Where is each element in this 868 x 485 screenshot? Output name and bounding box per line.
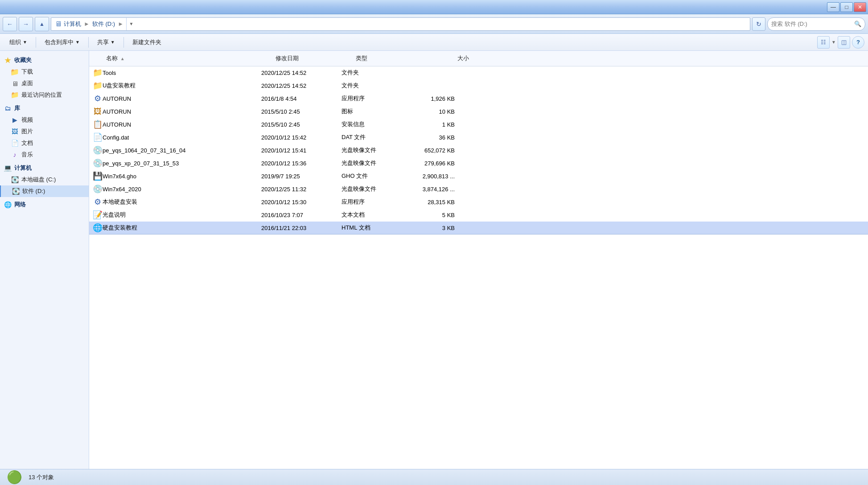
organize-button[interactable]: 组织 ▼ xyxy=(4,36,33,49)
exe-icon: ⚙ xyxy=(94,94,101,103)
local-c-icon: 💽 xyxy=(11,176,19,184)
image-icon: 🖼 xyxy=(11,127,19,136)
file-area: 名称 ▲ 修改日期 类型 大小 📁 Tools 2020/12/25 14:52… xyxy=(89,51,868,469)
maximize-button[interactable]: □ xyxy=(840,2,853,12)
file-name: AUTORUN xyxy=(103,95,131,102)
table-row[interactable]: 📝 光盘说明 2016/10/23 7:07 文本文档 5 KB xyxy=(89,209,868,222)
address-dropdown-button[interactable]: ▼ xyxy=(126,18,136,30)
file-type: 应用程序 xyxy=(338,95,400,103)
file-name-cell: Config.dat xyxy=(103,134,258,141)
close-button[interactable]: ✕ xyxy=(854,2,866,12)
table-row[interactable]: 📁 U盘安装教程 2020/12/25 14:52 文件夹 xyxy=(89,79,868,92)
table-row[interactable]: 📁 Tools 2020/12/25 14:52 文件夹 xyxy=(89,66,868,79)
breadcrumb-drive[interactable]: 软件 (D:) xyxy=(92,20,115,28)
address-bar: 🖥 计算机 ► 软件 (D:) ► ▼ xyxy=(51,17,750,31)
sidebar-library-header[interactable]: 🗂 库 xyxy=(0,103,89,114)
breadcrumb-computer[interactable]: 计算机 xyxy=(64,20,81,28)
col-header-modified[interactable]: 修改日期 xyxy=(272,53,352,64)
network-icon: 🌐 xyxy=(4,201,12,209)
table-row[interactable]: 💿 pe_yqs_xp_20_07_31_15_53 2020/10/12 15… xyxy=(89,157,868,170)
file-type: HTML 文档 xyxy=(338,224,400,232)
breadcrumb-arrow-2: ► xyxy=(118,21,123,27)
file-name: Tools xyxy=(103,70,116,76)
minimize-button[interactable]: — xyxy=(827,2,839,12)
sidebar-item-music[interactable]: ♪ 音乐 xyxy=(0,149,89,160)
file-name-cell: pe_yqs_1064_20_07_31_16_04 xyxy=(103,147,258,154)
table-row[interactable]: ⚙ 本地硬盘安装 2020/10/12 15:30 应用程序 28,315 KB xyxy=(89,196,868,209)
table-row[interactable]: 💿 Win7x64_2020 2020/12/25 11:32 光盘映像文件 3… xyxy=(89,183,868,196)
col-header-size[interactable]: 大小 xyxy=(415,53,473,64)
new-folder-button[interactable]: 新建文件夹 xyxy=(127,36,167,49)
table-row[interactable]: 📄 Config.dat 2020/10/12 15:42 DAT 文件 36 … xyxy=(89,131,868,144)
refresh-button[interactable]: ↻ xyxy=(752,17,765,31)
file-name-cell: AUTORUN xyxy=(103,95,258,102)
sidebar-item-local-d[interactable]: 💽 软件 (D:) xyxy=(0,185,89,197)
file-type: 文本文档 xyxy=(338,211,400,219)
iso-icon: 💿 xyxy=(93,184,103,194)
col-name-sort-icon: ▲ xyxy=(120,56,125,61)
file-size: 36 KB xyxy=(400,134,458,141)
include-library-arrow-icon: ▼ xyxy=(75,40,80,45)
html-icon: 🌐 xyxy=(93,223,103,233)
file-modified: 2020/12/25 14:52 xyxy=(258,70,338,76)
file-icon: 💿 xyxy=(93,158,103,168)
table-row[interactable]: 💾 Win7x64.gho 2019/9/7 19:25 GHO 文件 2,90… xyxy=(89,170,868,183)
file-modified: 2016/10/23 7:07 xyxy=(258,212,338,218)
col-header-type[interactable]: 类型 xyxy=(352,53,415,64)
share-button[interactable]: 共享 ▼ xyxy=(91,36,121,49)
sidebar-item-desktop[interactable]: 🖥 桌面 xyxy=(0,78,89,89)
file-icon: 📁 xyxy=(93,68,103,78)
table-row[interactable]: ⚙ AUTORUN 2016/1/8 4:54 应用程序 1,926 KB xyxy=(89,92,868,105)
forward-button[interactable]: → xyxy=(19,17,33,31)
file-name: AUTORUN xyxy=(103,121,131,128)
image-label: 图片 xyxy=(21,127,33,136)
preview-pane-button[interactable]: ◫ xyxy=(838,36,850,49)
toolbar-separator-1 xyxy=(36,37,36,48)
sidebar-favorites-header[interactable]: ★ 收藏夹 xyxy=(0,54,89,66)
file-icon: 📄 xyxy=(93,132,103,142)
sidebar-item-doc[interactable]: 📄 文档 xyxy=(0,137,89,149)
music-icon: ♪ xyxy=(11,151,19,159)
inf-icon: 📋 xyxy=(93,119,103,129)
col-header-name[interactable]: 名称 ▲ xyxy=(103,53,272,64)
sidebar-item-downloads[interactable]: 📁 下载 xyxy=(0,66,89,78)
file-size: 1,926 KB xyxy=(400,95,458,102)
search-input[interactable] xyxy=(771,21,854,27)
help-button[interactable]: ? xyxy=(852,36,864,49)
file-name-cell: 硬盘安装教程 xyxy=(103,224,258,232)
file-icon: ⚙ xyxy=(93,94,103,103)
video-label: 视频 xyxy=(21,116,33,124)
file-type: GHO 文件 xyxy=(338,172,400,180)
local-d-icon: 💽 xyxy=(12,187,20,195)
table-row[interactable]: 🖼 AUTORUN 2015/5/10 2:45 图标 10 KB xyxy=(89,105,868,118)
up-button[interactable]: ▲ xyxy=(35,17,49,31)
main-layout: ★ 收藏夹 📁 下载 🖥 桌面 📁 最近访问的位置 🗂 库 xyxy=(0,51,868,469)
file-modified: 2020/10/12 15:42 xyxy=(258,134,338,141)
file-size: 2,900,813 ... xyxy=(400,173,458,180)
table-row[interactable]: 🌐 硬盘安装教程 2016/11/21 22:03 HTML 文档 3 KB xyxy=(89,222,868,234)
sidebar-item-video[interactable]: ▶ 视频 xyxy=(0,114,89,126)
back-button[interactable]: ← xyxy=(3,17,17,31)
file-name-cell: U盘安装教程 xyxy=(103,82,258,90)
view-button[interactable]: ☷ xyxy=(817,36,830,49)
share-arrow-icon: ▼ xyxy=(111,40,115,45)
sidebar-item-local-c[interactable]: 💽 本地磁盘 (C:) xyxy=(0,174,89,185)
desktop-label: 桌面 xyxy=(21,79,33,87)
computer-label: 计算机 xyxy=(14,164,32,172)
sidebar-item-recent[interactable]: 📁 最近访问的位置 xyxy=(0,89,89,101)
file-name-cell: 本地硬盘安装 xyxy=(103,198,258,206)
view-arrow-icon[interactable]: ▼ xyxy=(831,40,836,45)
sidebar-network-header[interactable]: 🌐 网络 xyxy=(0,199,89,210)
file-size: 652,072 KB xyxy=(400,147,458,154)
sidebar-item-image[interactable]: 🖼 图片 xyxy=(0,126,89,137)
file-type: 光盘映像文件 xyxy=(338,185,400,193)
iso-icon: 💿 xyxy=(93,145,103,155)
file-modified: 2020/12/25 14:52 xyxy=(258,82,338,89)
include-library-button[interactable]: 包含到库中 ▼ xyxy=(39,36,86,49)
sidebar-computer-header[interactable]: 💻 计算机 xyxy=(0,162,89,174)
table-row[interactable]: 📋 AUTORUN 2015/5/10 2:45 安装信息 1 KB xyxy=(89,118,868,131)
file-name-cell: pe_yqs_xp_20_07_31_15_53 xyxy=(103,160,258,167)
organize-label: 组织 xyxy=(9,38,21,46)
sidebar-section-computer: 💻 计算机 💽 本地磁盘 (C:) 💽 软件 (D:) xyxy=(0,162,89,197)
table-row[interactable]: 💿 pe_yqs_1064_20_07_31_16_04 2020/10/12 … xyxy=(89,144,868,157)
